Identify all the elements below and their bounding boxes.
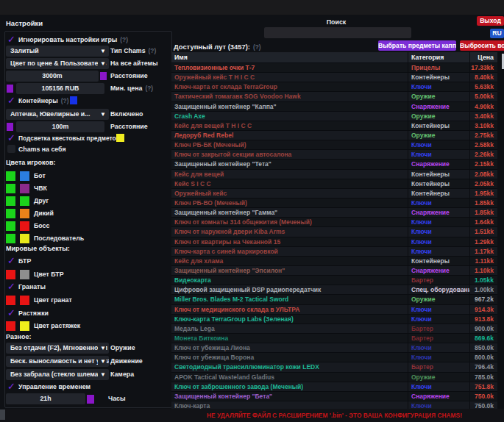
- loot-row[interactable]: Ключ от убежища Лиона Ключи 850.0k: [171, 343, 497, 352]
- loot-row[interactable]: Кейс для вещей T H I C C Контейнеры 3.10…: [171, 121, 497, 130]
- ignore-game-checkbox[interactable]: [7, 35, 17, 45]
- loot-row[interactable]: Ключ от квартиры на Чеканной 15 Ключи 1.…: [171, 237, 497, 246]
- loot-item-name: Кейс для вещей T H I C C: [171, 121, 408, 130]
- chams-type-select[interactable]: Залитый: [6, 46, 109, 57]
- loot-row[interactable]: Защищенный контейнер "Гамма" Снаряжение …: [171, 207, 497, 217]
- world-color-swatch-2[interactable]: [20, 296, 29, 305]
- min-price-color-swatch[interactable]: [7, 85, 13, 93]
- loot-item-price: 2.75kk: [469, 131, 497, 140]
- loot-row[interactable]: Светодиодный трансиллюминатор кожи LEDX …: [171, 362, 497, 371]
- loot-item-category: Ключи: [408, 199, 469, 207]
- chams-self-checkbox[interactable]: [7, 145, 15, 153]
- loot-row[interactable]: Ключ РБ-ВО (Меченый) Ключи 1.85kk: [171, 198, 497, 207]
- loot-row[interactable]: Защищенный контейнер "Эпсилон" Снаряжени…: [171, 265, 497, 275]
- loot-row[interactable]: Защищенный контейнер "Тета" Снаряжение 2…: [171, 159, 497, 168]
- loot-row[interactable]: Монета Биткоина Бартер 869.6k: [171, 333, 497, 343]
- loot-item-price: 750.0k: [469, 392, 497, 401]
- world-object-checkbox[interactable]: [7, 282, 17, 292]
- loot-item-price: 750.0k: [469, 401, 497, 409]
- loot-row[interactable]: Ключ-карта с синей маркировкой Ключи 1.1…: [171, 246, 497, 256]
- drop-all-button[interactable]: Выбросить все: [460, 40, 504, 51]
- table-scrollbar-track[interactable]: [497, 52, 504, 409]
- world-color-swatch-1[interactable]: [6, 296, 15, 305]
- loot-item-category: Снаряжение: [408, 208, 469, 217]
- hours-color-swatch[interactable]: [87, 395, 94, 404]
- loot-row[interactable]: Ключ-карта Ключи 750.0k: [171, 401, 497, 409]
- loot-row[interactable]: Ключ от убежища Ворона Ключи 800.0k: [171, 352, 497, 362]
- player-color-swatch-1[interactable]: [6, 209, 15, 218]
- loot-distance-color-swatch[interactable]: [7, 123, 13, 131]
- player-color-swatch-1[interactable]: [6, 221, 15, 231]
- quest-highlight-checkbox[interactable]: [7, 134, 17, 143]
- language-button[interactable]: RU: [490, 29, 504, 38]
- loot-row[interactable]: Ключ РБ-БК (Меченый) Ключи 2.58kk: [171, 140, 497, 149]
- weapon-select[interactable]: Без отдачи (F2), Мгновенное п: [6, 343, 109, 354]
- loot-row[interactable]: Защищенный контейнер "Каппа" Снаряжение …: [171, 101, 497, 111]
- player-color-swatch-2[interactable]: [20, 184, 29, 193]
- world-object-row: Цвет гранат: [0, 294, 171, 307]
- world-color-swatch-2[interactable]: [20, 270, 29, 279]
- loot-row[interactable]: Защищенный контейнер "Бета" Снаряжение 7…: [171, 391, 497, 401]
- containers-checkbox[interactable]: [7, 96, 17, 106]
- loot-item-price: 2.26kk: [469, 150, 497, 159]
- all-items-select[interactable]: Цвет по цене & Пользователь: [6, 58, 109, 69]
- loot-row[interactable]: Оружейный кейс T H I C C Контейнеры 8.40…: [171, 72, 497, 82]
- player-color-swatch-2[interactable]: [20, 209, 29, 218]
- select-kappa-items-button[interactable]: Выбрать предметы каппа: [378, 40, 456, 51]
- search-input[interactable]: [264, 27, 411, 38]
- loot-item-name: Тепловизионные очки Т-7: [171, 63, 408, 72]
- loot-row[interactable]: Miller Bros. Blades M-2 Tactical Sword О…: [171, 294, 497, 304]
- world-object-checkbox[interactable]: [7, 309, 17, 318]
- world-color-swatch-2[interactable]: [20, 321, 29, 331]
- player-color-swatch-1[interactable]: [6, 184, 15, 193]
- camera-select[interactable]: Без забрала (стекло шлема): [6, 369, 109, 380]
- player-color-row: Босс: [0, 220, 171, 232]
- distance-color-swatch[interactable]: [100, 72, 107, 80]
- player-color-swatch-2[interactable]: [20, 234, 29, 243]
- loot-item-category: Ключи: [408, 140, 469, 149]
- loot-row[interactable]: Ключ от заброшенного завода (Меченый) Кл…: [171, 382, 497, 391]
- player-color-swatch-2[interactable]: [20, 196, 29, 206]
- loot-row[interactable]: Ключ-карта от склада TerraGroup Ключи 5.…: [171, 82, 497, 91]
- loot-row[interactable]: Кейс для хлама Контейнеры 1.11kk: [171, 256, 497, 265]
- loot-row[interactable]: Ключ-карта TerraGroup Labs (Зеленая) Клю…: [171, 314, 497, 323]
- containers-color-swatch[interactable]: [70, 96, 77, 104]
- movement-select[interactable]: Беск. выносливость и нет уста: [6, 356, 109, 367]
- loot-row[interactable]: Ключ от медицинского склада в УЛЬТРА Клю…: [171, 304, 497, 314]
- exit-button[interactable]: Выход: [477, 16, 504, 26]
- player-type-label: Последователь: [34, 234, 84, 243]
- loot-filter-select[interactable]: Аптечка, Ювелирные и...: [6, 109, 109, 120]
- loot-row[interactable]: Ключ от закрытой секции автосалона Ключи…: [171, 149, 497, 159]
- loot-row[interactable]: Видеокарта Бартер 1.05kk: [171, 275, 497, 285]
- loot-row[interactable]: Тактический томагавк SOG Voodoo Hawk Ору…: [171, 91, 497, 101]
- loot-row[interactable]: Тепловизионные очки Т-7 Прицелы 17.33kk: [171, 62, 497, 72]
- loot-row[interactable]: APOK Tactical Wasteland Gladius Оружие 7…: [171, 372, 497, 382]
- loot-item-name: Монета Биткоина: [171, 334, 408, 343]
- distance-input[interactable]: 3000m: [6, 71, 99, 82]
- loot-row[interactable]: Ключ от наружной двери Kiba Arms Ключи 1…: [171, 226, 497, 236]
- world-color-swatch-1[interactable]: [6, 270, 15, 279]
- loot-row[interactable]: Crash Axe Оружие 3.40kk: [171, 111, 497, 121]
- loot-item-price: 800.0k: [469, 353, 497, 362]
- loot-row[interactable]: Кейс для вещей Контейнеры 2.08kk: [171, 169, 497, 179]
- loot-row[interactable]: Ледоруб Red Rebel Оружие 2.75kk: [171, 130, 497, 140]
- time-control-checkbox[interactable]: [7, 382, 17, 392]
- player-color-swatch-1[interactable]: [6, 234, 15, 243]
- player-color-swatch-1[interactable]: [6, 196, 15, 206]
- world-object-checkbox[interactable]: [7, 257, 17, 266]
- hours-input[interactable]: 21h: [6, 393, 85, 404]
- loot-row[interactable]: Цифровой защищенный DSP радиопередатчик …: [171, 285, 497, 294]
- min-price-input[interactable]: 105156 RUB: [16, 83, 104, 94]
- quest-color-swatch[interactable]: [116, 134, 124, 142]
- loot-item-name: Защищенный контейнер "Каппа": [171, 102, 408, 111]
- world-color-swatch-1[interactable]: [6, 321, 15, 331]
- player-color-swatch-1[interactable]: [6, 171, 15, 181]
- loot-item-name: Светодиодный трансиллюминатор кожи LEDX: [171, 362, 408, 371]
- loot-row[interactable]: Медаль Lega Бартер 900.0k: [171, 323, 497, 333]
- player-color-swatch-2[interactable]: [20, 221, 29, 231]
- loot-distance-input[interactable]: 100m: [16, 121, 104, 132]
- loot-row[interactable]: Оружейный кейс Контейнеры 1.95kk: [171, 188, 497, 198]
- loot-row[interactable]: Кейс S I C C Контейнеры 2.05kk: [171, 179, 497, 188]
- player-color-swatch-2[interactable]: [20, 171, 29, 181]
- loot-row[interactable]: Ключ от комнаты 314 общежития (Меченый) …: [171, 217, 497, 226]
